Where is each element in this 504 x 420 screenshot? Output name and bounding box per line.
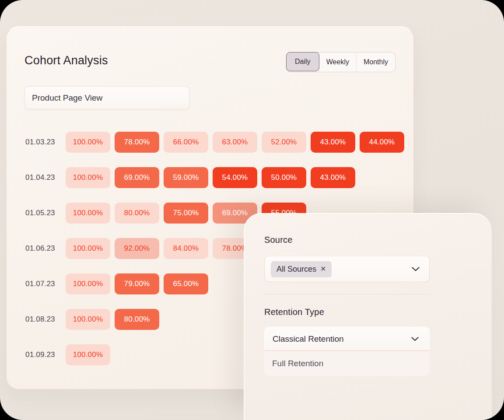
cohort-cell: 65.00% [164,273,208,294]
retention-selected-value: Classical Retention [273,334,344,344]
source-label: Source [264,235,492,245]
table-row: 01.03.23100.00%78.00%66.00%63.00%52.00%4… [25,132,409,153]
panel-divider [264,294,430,294]
cohort-date-label: 01.08.23 [25,315,66,324]
cohort-cell: 59.00% [164,167,208,188]
remove-chip-icon[interactable]: ✕ [320,266,326,273]
cohort-cell: 50.00% [262,167,306,188]
cohort-date-label: 01.07.23 [25,280,66,288]
cohort-cell: 78.00% [115,132,159,153]
retention-type-select[interactable]: Classical Retention [264,327,430,351]
cohort-date-label: 01.05.23 [25,209,66,217]
cohort-cell: 80.00% [115,309,159,330]
cohort-cell: 100.00% [66,132,110,153]
retention-type-label: Retention Type [264,307,492,317]
cohort-cell: 100.00% [66,203,110,224]
screen-background: Cohort Analysis DailyWeeklyMonthly Produ… [0,0,504,420]
event-select-input[interactable]: Product Page View [24,86,189,109]
cohort-cell: 79.00% [115,273,159,294]
cohort-date-label: 01.06.23 [25,244,66,253]
cohort-cell: 43.00% [311,167,355,188]
cohort-cell: 43.00% [311,132,355,153]
retention-option-full-retention[interactable]: Full Retention [264,351,430,376]
granularity-tab-group: DailyWeeklyMonthly [286,52,396,72]
table-row: 01.04.23100.00%69.00%59.00%54.00%50.00%4… [25,167,409,188]
source-chip[interactable]: All Sources ✕ [271,261,332,277]
tab-weekly[interactable]: Weekly [319,52,356,72]
cohort-cell: 92.00% [115,238,159,259]
filters-panel: Source All Sources ✕ Retention Type Clas… [244,213,492,420]
cohort-cell: 63.00% [213,132,257,153]
cohort-cell: 80.00% [115,203,159,224]
cohort-cell: 69.00% [115,167,159,188]
tab-daily[interactable]: Daily [286,52,319,71]
cohort-date-label: 01.09.23 [25,350,66,359]
cohort-cell: 44.00% [360,132,404,153]
cohort-cell: 100.00% [66,238,110,259]
cohort-cell: 75.00% [164,203,208,224]
cohort-cell: 100.00% [66,309,110,330]
cohort-cell: 100.00% [66,344,110,365]
page-title: Cohort Analysis [24,54,108,67]
source-select[interactable]: All Sources ✕ [264,256,430,282]
cohort-date-label: 01.04.23 [25,173,66,182]
cohort-cell: 52.00% [262,132,306,153]
event-select-value: Product Page View [32,93,102,103]
chevron-down-icon [412,267,420,272]
cohort-cell: 100.00% [66,273,110,294]
retention-options-list: Full Retention [264,351,492,376]
tab-monthly[interactable]: Monthly [356,52,395,72]
cohort-cell: 66.00% [164,132,208,153]
cohort-cell: 54.00% [213,167,257,188]
chevron-down-icon [411,337,419,341]
cohort-cell: 84.00% [164,238,208,259]
source-chip-label: All Sources [276,265,316,274]
cohort-cell: 100.00% [66,167,110,188]
cohort-date-label: 01.03.23 [25,138,66,147]
